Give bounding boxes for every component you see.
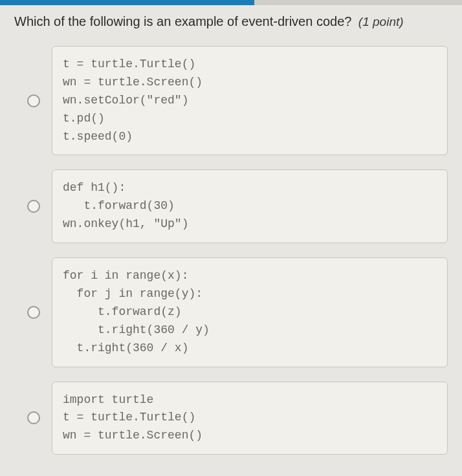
progress-bar (0, 0, 462, 5)
option-row[interactable]: def h1(): t.forward(30) wn.onkey(h1, "Up… (27, 169, 448, 243)
options-list: t = turtle.Turtle() wn = turtle.Screen()… (12, 46, 450, 455)
radio-button[interactable] (27, 306, 40, 319)
progress-fill (0, 0, 254, 5)
option-row[interactable]: import turtle t = turtle.Turtle() wn = t… (27, 382, 448, 455)
option-row[interactable]: for i in range(x): for j in range(y): t.… (27, 257, 448, 367)
radio-button[interactable] (27, 200, 40, 213)
option-row[interactable]: t = turtle.Turtle() wn = turtle.Screen()… (27, 46, 448, 155)
question-points: (1 point) (358, 15, 404, 28)
option-code: for i in range(x): for j in range(y): t.… (52, 257, 448, 367)
option-code: import turtle t = turtle.Turtle() wn = t… (52, 382, 448, 455)
question-prompt: Which of the following is an example of … (12, 14, 450, 29)
radio-button[interactable] (27, 411, 40, 424)
option-code: t = turtle.Turtle() wn = turtle.Screen()… (52, 46, 448, 155)
radio-button[interactable] (27, 94, 40, 107)
question-text: Which of the following is an example of … (14, 14, 351, 28)
question-content: Which of the following is an example of … (0, 5, 462, 455)
option-code: def h1(): t.forward(30) wn.onkey(h1, "Up… (52, 169, 448, 243)
